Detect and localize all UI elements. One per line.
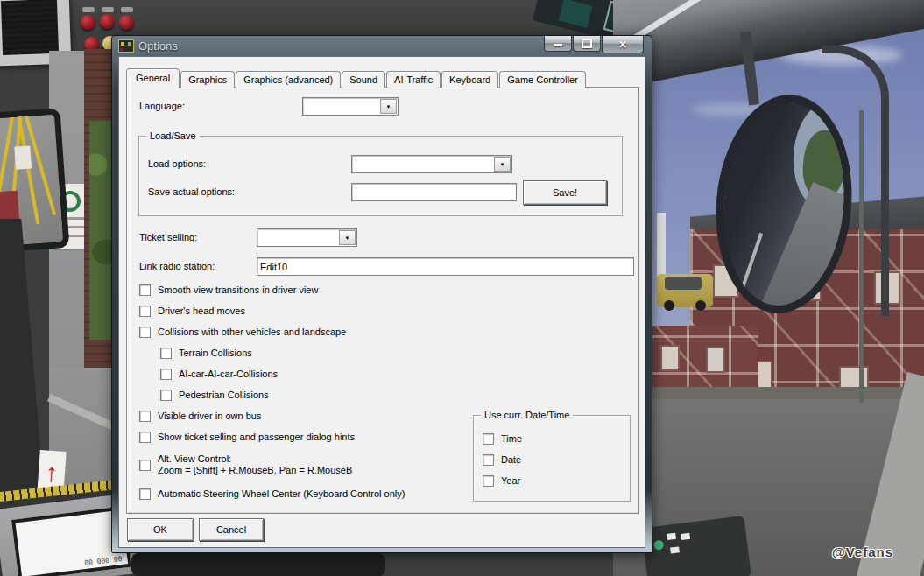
dashboard-monitor-screen — [1, 0, 59, 55]
save-options-input[interactable] — [351, 183, 517, 201]
chevron-down-icon: ▼ — [500, 162, 505, 167]
checkbox-row-terrain-collisions[interactable]: Terrain Collisions — [160, 348, 252, 359]
maximize-icon — [582, 39, 592, 48]
tree-foliage — [89, 121, 112, 340]
maximize-button[interactable] — [573, 36, 601, 52]
checkbox[interactable] — [139, 306, 151, 317]
dropdown-button[interactable]: ▼ — [494, 157, 511, 172]
switch-clip — [82, 7, 95, 12]
chevron-down-icon: ▼ — [386, 104, 391, 109]
red-dash-button — [100, 14, 115, 29]
checkbox-row-smooth-view[interactable]: Smooth view transitions in driver view — [139, 284, 318, 296]
checkbox[interactable] — [139, 432, 151, 443]
mirror-card-reflection — [14, 146, 32, 170]
checkbox[interactable] — [160, 369, 172, 380]
watermark: @Vefans — [832, 544, 893, 559]
parked-yellow-car — [657, 274, 713, 307]
checkbox[interactable] — [139, 327, 151, 338]
tab-keyboard[interactable]: Keyboard — [441, 71, 498, 88]
dropdown-button[interactable]: ▼ — [339, 230, 356, 245]
date-time-group-title: Use curr. Date/Time — [481, 410, 573, 420]
checkbox-row-time[interactable]: Time — [483, 433, 522, 445]
checkbox[interactable] — [160, 390, 172, 401]
date-time-group: Use curr. Date/Time Time Date Year — [473, 415, 631, 502]
dropdown-button[interactable]: ▼ — [380, 99, 397, 114]
ok-button[interactable]: OK — [127, 518, 194, 541]
tab-sound[interactable]: Sound — [342, 71, 385, 88]
checkbox-row-collisions[interactable]: Collisions with other vehicles and lands… — [139, 327, 346, 338]
load-save-group: Load/Save Load options: ▼ Save actual op… — [138, 136, 623, 216]
tab-ai-traffic[interactable]: AI-Traffic — [386, 71, 441, 88]
checkbox-row-drivers-head[interactable]: Driver's head moves — [139, 306, 245, 317]
checkbox[interactable] — [483, 433, 494, 445]
minimize-button[interactable] — [544, 36, 572, 52]
checkbox[interactable] — [139, 284, 151, 296]
dashboard-shadow — [131, 553, 385, 576]
general-tab-page: Language: ▼ Load/Save Load options: ▼ Sa… — [126, 87, 639, 514]
checkbox-row-alt-view-control[interactable]: Alt. View Control: Zoom = [Shift] + R.Mo… — [139, 453, 352, 476]
dialog-titlebar[interactable]: Options ✕ — [112, 36, 652, 56]
omsi-game-screen: ↑ 00 000 00 @Vefans — [0, 0, 924, 576]
checkbox[interactable] — [160, 348, 172, 359]
ticket-selling-combobox[interactable]: ▼ — [257, 228, 357, 247]
link-radio-label: Link radio station: — [139, 261, 215, 271]
tab-strip: GeneralGraphicsGraphics (advanced)SoundA… — [126, 68, 587, 88]
switch-clip — [102, 7, 114, 12]
checkbox-row-pedestrian-collisions[interactable]: Pedestrian Collisions — [160, 390, 269, 401]
ticket-selling-label: Ticket selling: — [139, 232, 197, 242]
switch-clip — [121, 7, 133, 12]
cancel-button[interactable]: Cancel — [199, 518, 264, 541]
tab-game-controller[interactable]: Game Controller — [499, 71, 586, 88]
options-dialog: Options ✕ GeneralGraphicsGraphics (advan… — [111, 35, 652, 553]
link-radio-input[interactable]: Edit10 — [257, 257, 634, 276]
checkbox-row-ai-car-collisions[interactable]: AI-car-AI-car-Collisions — [160, 369, 278, 380]
tab-general[interactable]: General — [126, 68, 180, 88]
checkbox-row-date[interactable]: Date — [483, 454, 521, 466]
chevron-down-icon: ▼ — [345, 235, 350, 241]
load-options-combobox[interactable]: ▼ — [351, 155, 512, 173]
checkbox-row-year[interactable]: Year — [483, 475, 520, 487]
dialog-client-area: GeneralGraphicsGraphics (advanced)SoundA… — [118, 56, 645, 548]
close-button[interactable]: ✕ — [602, 36, 644, 53]
checkbox[interactable] — [483, 475, 494, 487]
minimize-icon — [554, 44, 562, 46]
close-icon: ✕ — [618, 39, 627, 51]
checkbox[interactable] — [139, 460, 151, 471]
tab-graphics[interactable]: Graphics — [180, 71, 235, 88]
load-options-label: Load options: — [148, 158, 206, 169]
checkbox[interactable] — [139, 488, 151, 500]
checkbox-row-auto-steering-center[interactable]: Automatic Steering Wheel Center (Keyboar… — [139, 488, 405, 500]
options-window-icon — [118, 39, 134, 53]
farebox-green-button — [653, 540, 664, 551]
ticket-display-value: 00 000 00 — [84, 555, 123, 567]
checkbox[interactable] — [483, 454, 494, 466]
sign-post — [657, 213, 666, 279]
save-actual-options-label: Save actual options: — [148, 186, 235, 197]
language-combobox[interactable]: ▼ — [302, 97, 399, 116]
checkbox[interactable] — [139, 411, 151, 422]
windshield-view — [613, 0, 924, 576]
checkbox-row-visible-driver[interactable]: Visible driver in own bus — [139, 411, 261, 422]
load-save-group-title: Load/Save — [146, 130, 200, 141]
language-label: Language: — [139, 101, 185, 111]
save-button[interactable]: Save! — [523, 180, 607, 205]
tab-graphics-advanced[interactable]: Graphics (advanced) — [236, 71, 341, 88]
dialog-title: Options — [138, 39, 178, 53]
red-dash-button — [81, 15, 95, 30]
checkbox-row-ticket-hints[interactable]: Show ticket selling and passenger dialog… — [139, 432, 355, 443]
red-dash-button — [119, 15, 134, 30]
